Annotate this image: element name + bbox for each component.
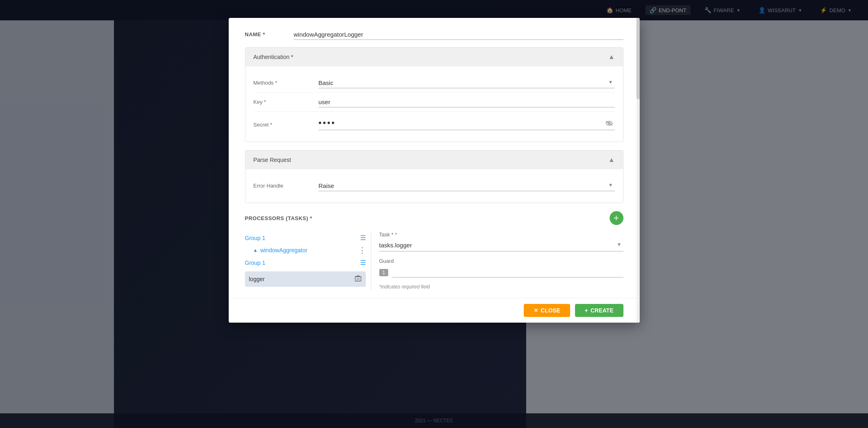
create-button[interactable]: + CREATE (575, 304, 623, 317)
secret-input[interactable] (319, 116, 615, 130)
name-label: NAME * (245, 31, 286, 40)
authentication-body: Methods * Basic Bearer API Key None ▼ (245, 66, 623, 142)
processor-name: windowAggregator (260, 247, 307, 253)
create-plus-icon: + (585, 307, 588, 314)
methods-select-wrapper: Basic Bearer API Key None ▼ (319, 78, 615, 88)
processors-header: PROCESSORS (TASKS) * + (245, 211, 623, 225)
group-2-label: Group 1 (245, 260, 266, 266)
modal-overlay: NAME * Authentication * ▲ Methods * (0, 0, 868, 428)
close-x-icon: ✕ (533, 307, 538, 314)
group-row-2[interactable]: Group 1 ☰ (245, 256, 366, 269)
authentication-title: Authentication * (254, 54, 293, 60)
key-input[interactable] (319, 97, 615, 107)
error-handle-select-wrapper: Raise Ignore Log ▼ (319, 181, 615, 191)
close-button[interactable]: ✕ CLOSE (524, 304, 570, 317)
parse-request-header[interactable]: Parse Request ▲ (245, 151, 623, 169)
key-label: Key * (254, 99, 310, 107)
processor-windowaggregator[interactable]: ▲ windowAggregator ⋮ (245, 244, 366, 256)
authentication-panel: Authentication * ▲ Methods * Basic Beare… (245, 47, 623, 142)
processors-title: PROCESSORS (TASKS) * (245, 215, 313, 221)
processors-tree: Group 1 ☰ ▲ windowAggregator ⋮ (245, 231, 371, 290)
methods-select[interactable]: Basic Bearer API Key None (319, 78, 615, 88)
guard-input-wrapper: 1 (379, 267, 623, 277)
name-input[interactable] (294, 29, 623, 40)
modal-scroll-area[interactable]: NAME * Authentication * ▲ Methods * (229, 18, 640, 298)
guard-input[interactable] (392, 267, 623, 277)
secret-label: Secret * (254, 122, 310, 130)
group-1-label: Group 1 (245, 235, 266, 241)
group-row-1[interactable]: Group 1 ☰ (245, 231, 366, 244)
processors-section: PROCESSORS (TASKS) * + Group 1 ☰ (245, 211, 623, 290)
guard-badge: 1 (379, 269, 389, 276)
add-processor-button[interactable]: + (610, 211, 623, 225)
authentication-header[interactable]: Authentication * ▲ (245, 48, 623, 66)
parse-request-body: Error Handle Raise Ignore Log ▼ (245, 169, 623, 203)
chevron-up-icon: ▲ (253, 247, 258, 253)
secret-wrapper (319, 116, 615, 130)
modal-footer: ✕ CLOSE + CREATE (229, 298, 640, 323)
required-note: *indicates required field (379, 284, 623, 290)
error-handle-label: Error Handle (254, 183, 310, 191)
chevron-up-icon: ▲ (608, 53, 615, 61)
processors-config: Task * * tasks.logger tasks.windowAggreg… (371, 231, 623, 290)
secret-field-row: Secret * (254, 112, 615, 134)
task-name: logger (249, 276, 265, 282)
error-handle-row: Error Handle Raise Ignore Log ▼ (254, 177, 615, 195)
eye-icon[interactable] (605, 120, 613, 128)
task-field-group: Task * * tasks.logger tasks.windowAggreg… (379, 231, 623, 251)
modal-dialog: NAME * Authentication * ▲ Methods * (229, 18, 640, 323)
processors-content: Group 1 ☰ ▲ windowAggregator ⋮ (245, 231, 623, 290)
hamburger-icon-2[interactable]: ☰ (360, 259, 366, 266)
parse-request-title: Parse Request (254, 157, 291, 163)
svg-rect-2 (355, 277, 361, 281)
parse-request-panel: Parse Request ▲ Error Handle Raise Ignor… (245, 150, 623, 203)
guard-label: Guard (379, 258, 623, 264)
scrollbar-thumb (636, 18, 640, 99)
guard-field-group: Guard 1 (379, 258, 623, 277)
task-item-logger: logger (245, 271, 366, 287)
modal-content: NAME * Authentication * ▲ Methods * (229, 18, 640, 298)
chevron-up-icon: ▲ (608, 156, 615, 164)
task-field-label: Task * * (379, 231, 623, 238)
error-handle-select[interactable]: Raise Ignore Log (319, 181, 615, 191)
delete-icon[interactable] (354, 275, 362, 284)
task-select[interactable]: tasks.logger tasks.windowAggregator task… (379, 239, 623, 251)
task-select-wrapper: tasks.logger tasks.windowAggregator task… (379, 239, 623, 251)
modal-scrollbar (636, 18, 640, 323)
methods-field-row: Methods * Basic Bearer API Key None ▼ (254, 74, 615, 92)
key-field-row: Key * (254, 93, 615, 111)
methods-label: Methods * (254, 80, 310, 88)
hamburger-icon[interactable]: ☰ (360, 234, 366, 242)
name-field-row: NAME * (245, 29, 623, 40)
ellipsis-icon[interactable]: ⋮ (359, 246, 366, 255)
